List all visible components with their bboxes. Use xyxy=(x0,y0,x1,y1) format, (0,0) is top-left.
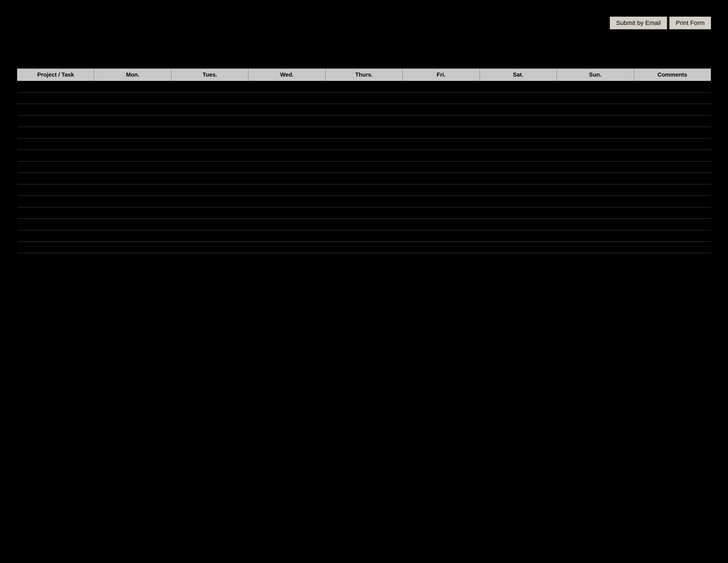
table-cell[interactable] xyxy=(248,150,325,161)
row-12-col-8-input[interactable] xyxy=(634,219,711,230)
row-5-col-7-input[interactable] xyxy=(557,138,634,150)
table-cell[interactable] xyxy=(403,127,480,138)
table-cell[interactable] xyxy=(248,219,325,230)
table-cell[interactable] xyxy=(94,150,171,161)
table-cell[interactable] xyxy=(403,115,480,127)
row-3-col-3-input[interactable] xyxy=(248,115,325,127)
table-cell[interactable] xyxy=(634,242,711,253)
table-cell[interactable] xyxy=(17,127,94,138)
row-5-col-4-input[interactable] xyxy=(325,138,402,150)
row-10-col-6-input[interactable] xyxy=(480,196,557,207)
table-cell[interactable] xyxy=(634,184,711,196)
row-13-col-0-input[interactable] xyxy=(17,230,94,241)
table-cell[interactable] xyxy=(557,92,634,104)
row-4-col-4-input[interactable] xyxy=(325,127,402,138)
table-cell[interactable] xyxy=(480,138,557,150)
table-cell[interactable] xyxy=(325,184,402,196)
row-14-col-2-input[interactable] xyxy=(171,242,248,253)
table-cell[interactable] xyxy=(634,150,711,161)
table-cell[interactable] xyxy=(171,138,248,150)
table-cell[interactable] xyxy=(634,92,711,104)
row-14-col-8-input[interactable] xyxy=(634,242,711,253)
row-0-col-8-input[interactable] xyxy=(634,81,711,92)
table-cell[interactable] xyxy=(557,161,634,173)
table-cell[interactable] xyxy=(557,242,634,253)
row-13-col-2-input[interactable] xyxy=(171,230,248,241)
row-13-col-1-input[interactable] xyxy=(94,230,171,241)
row-4-col-7-input[interactable] xyxy=(557,127,634,138)
row-8-col-4-input[interactable] xyxy=(325,173,402,184)
table-cell[interactable] xyxy=(403,184,480,196)
row-2-col-4-input[interactable] xyxy=(325,104,402,115)
row-14-col-0-input[interactable] xyxy=(17,242,94,253)
row-7-col-1-input[interactable] xyxy=(94,161,171,173)
table-cell[interactable] xyxy=(248,138,325,150)
table-cell[interactable] xyxy=(325,115,402,127)
row-11-col-0-input[interactable] xyxy=(17,207,94,218)
row-2-col-8-input[interactable] xyxy=(634,104,711,115)
table-cell[interactable] xyxy=(171,184,248,196)
table-cell[interactable] xyxy=(403,196,480,207)
table-cell[interactable] xyxy=(94,196,171,207)
row-9-col-8-input[interactable] xyxy=(634,184,711,195)
row-12-col-1-input[interactable] xyxy=(94,219,171,230)
table-cell[interactable] xyxy=(248,104,325,115)
row-0-col-7-input[interactable] xyxy=(557,81,634,92)
row-2-col-1-input[interactable] xyxy=(94,104,171,115)
table-cell[interactable] xyxy=(480,150,557,161)
print-form-button[interactable]: Print Form xyxy=(669,17,711,29)
table-cell[interactable] xyxy=(325,104,402,115)
row-6-col-8-input[interactable] xyxy=(634,150,711,161)
row-13-col-6-input[interactable] xyxy=(480,230,557,241)
row-9-col-5-input[interactable] xyxy=(403,184,480,195)
table-cell[interactable] xyxy=(248,207,325,219)
table-cell[interactable] xyxy=(248,196,325,207)
table-cell[interactable] xyxy=(557,150,634,161)
row-13-col-5-input[interactable] xyxy=(403,230,480,241)
table-cell[interactable] xyxy=(17,173,94,184)
table-cell[interactable] xyxy=(17,115,94,127)
table-cell[interactable] xyxy=(325,92,402,104)
row-12-col-5-input[interactable] xyxy=(403,219,480,230)
table-cell[interactable] xyxy=(325,242,402,253)
row-7-col-3-input[interactable] xyxy=(248,161,325,173)
row-4-col-5-input[interactable] xyxy=(403,127,480,138)
row-6-col-1-input[interactable] xyxy=(94,150,171,161)
table-cell[interactable] xyxy=(403,242,480,253)
table-cell[interactable] xyxy=(634,115,711,127)
row-5-col-0-input[interactable] xyxy=(17,138,94,150)
table-cell[interactable] xyxy=(17,184,94,196)
table-cell[interactable] xyxy=(480,104,557,115)
row-14-col-6-input[interactable] xyxy=(480,242,557,253)
row-7-col-5-input[interactable] xyxy=(403,161,480,173)
table-cell[interactable] xyxy=(171,219,248,230)
table-cell[interactable] xyxy=(171,115,248,127)
row-4-col-3-input[interactable] xyxy=(248,127,325,138)
row-5-col-6-input[interactable] xyxy=(480,138,557,150)
table-cell[interactable] xyxy=(480,230,557,242)
table-cell[interactable] xyxy=(94,81,171,92)
table-cell[interactable] xyxy=(403,219,480,230)
table-cell[interactable] xyxy=(94,230,171,242)
table-cell[interactable] xyxy=(17,92,94,104)
row-0-col-4-input[interactable] xyxy=(325,81,402,92)
row-2-col-2-input[interactable] xyxy=(171,104,248,115)
row-14-col-5-input[interactable] xyxy=(403,242,480,253)
table-cell[interactable] xyxy=(557,196,634,207)
table-cell[interactable] xyxy=(557,104,634,115)
row-6-col-0-input[interactable] xyxy=(17,150,94,161)
table-cell[interactable] xyxy=(634,219,711,230)
row-12-col-3-input[interactable] xyxy=(248,219,325,230)
row-10-col-3-input[interactable] xyxy=(248,196,325,207)
row-6-col-6-input[interactable] xyxy=(480,150,557,161)
row-8-col-2-input[interactable] xyxy=(171,173,248,184)
row-2-col-0-input[interactable] xyxy=(17,104,94,115)
row-1-col-8-input[interactable] xyxy=(634,92,711,104)
row-3-col-6-input[interactable] xyxy=(480,115,557,127)
row-12-col-4-input[interactable] xyxy=(325,219,402,230)
table-cell[interactable] xyxy=(171,196,248,207)
table-cell[interactable] xyxy=(171,230,248,242)
row-3-col-5-input[interactable] xyxy=(403,115,480,127)
row-9-col-3-input[interactable] xyxy=(248,184,325,195)
table-cell[interactable] xyxy=(557,230,634,242)
